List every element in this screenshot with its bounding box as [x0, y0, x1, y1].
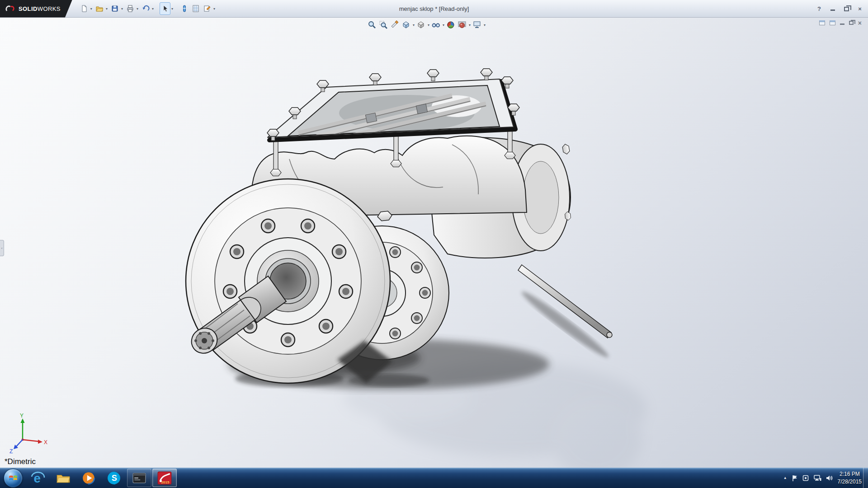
- restore-button[interactable]: [843, 5, 850, 13]
- show-hidden-icons-button[interactable]: ▲: [783, 476, 787, 480]
- taskbar-clock[interactable]: 2:16 PM 7/28/2015: [838, 470, 862, 486]
- document-restore-icon[interactable]: [849, 21, 854, 25]
- edit-appearance-icon: [446, 20, 455, 29]
- apply-scene-caret[interactable]: ▾: [469, 23, 471, 27]
- cover-standoffs: [270, 130, 515, 176]
- tray-app-icon[interactable]: [802, 475, 809, 481]
- view-orientation-icon: [401, 20, 410, 29]
- solidworks-icon: 2015: [157, 471, 172, 485]
- network-icon[interactable]: [813, 475, 821, 481]
- windows-taskbar: e S: [0, 468, 868, 488]
- open-dropdown-caret[interactable]: ▾: [105, 7, 109, 11]
- folder-icon: [56, 472, 71, 484]
- open-icon: [95, 5, 104, 13]
- rear-housing: [429, 137, 571, 258]
- zoom-to-fit-icon: [368, 20, 377, 29]
- main-flange: [186, 179, 390, 383]
- triad-z-label: Z: [9, 448, 13, 455]
- system-tray: ▲ 2:16 PM 7/28/2015: [783, 468, 862, 488]
- rebuild-button[interactable]: [179, 2, 190, 15]
- undo-button[interactable]: [140, 2, 151, 15]
- options-button[interactable]: [202, 2, 212, 15]
- graphics-area[interactable]: ▾ ▾ ▾ ▾: [0, 18, 868, 468]
- save-dropdown-caret[interactable]: ▾: [121, 7, 124, 11]
- main-toolbar: ▾ ▾ ▾ ▾ ▾: [79, 2, 217, 15]
- window-title: menjac sklop * [Read-only]: [399, 5, 469, 12]
- housing-bolts: [193, 183, 392, 357]
- output-shaft: [518, 265, 612, 338]
- brand-text: SOLIDWORKS: [19, 5, 61, 12]
- internet-explorer-icon: e: [31, 471, 45, 485]
- print-icon: [126, 5, 134, 13]
- new-window-icon[interactable]: [819, 20, 825, 25]
- document-close-icon[interactable]: ×: [858, 21, 862, 25]
- tile-window-icon[interactable]: [830, 20, 835, 25]
- undo-dropdown-caret[interactable]: ▾: [151, 7, 155, 11]
- open-button[interactable]: [94, 2, 105, 15]
- print-dropdown-caret[interactable]: ▾: [136, 7, 140, 11]
- model-reflection: [344, 361, 646, 468]
- select-arrow-icon: [161, 5, 169, 13]
- file-properties-button[interactable]: [190, 2, 201, 15]
- under-housing-shadow: [337, 341, 392, 383]
- taskbar-media-player[interactable]: [76, 469, 101, 487]
- feature-tree-collapse-tab[interactable]: ‹: [0, 240, 4, 256]
- taskbar-windows-explorer[interactable]: [51, 469, 75, 487]
- save-button[interactable]: [109, 2, 120, 15]
- view-settings-button[interactable]: [472, 20, 482, 30]
- display-style-caret[interactable]: ▾: [428, 23, 429, 27]
- heads-up-toolbar: ▾ ▾ ▾ ▾: [367, 20, 486, 30]
- view-orientation-button[interactable]: [401, 20, 411, 30]
- hide-show-items-button[interactable]: [431, 20, 441, 30]
- undo-icon: [142, 5, 150, 13]
- minimize-icon: [830, 7, 835, 11]
- desktop: SOLIDWORKS ▾ ▾ ▾ ▾: [0, 0, 868, 488]
- new-dropdown-caret[interactable]: ▾: [90, 7, 94, 11]
- apply-scene-button[interactable]: [457, 20, 467, 30]
- document-window-controls: ×: [819, 20, 862, 25]
- edit-appearance-button[interactable]: [446, 20, 456, 30]
- triad-y-label: Y: [20, 413, 24, 419]
- new-document-icon: [80, 5, 88, 13]
- options-dropdown-caret[interactable]: ▾: [213, 7, 217, 11]
- dassault-systemes-logo-icon: [5, 4, 15, 13]
- hide-show-items-icon: [431, 20, 440, 29]
- select-button[interactable]: [160, 2, 170, 15]
- input-shaft: [187, 276, 286, 358]
- section-view-button[interactable]: [390, 20, 400, 30]
- view-settings-caret[interactable]: ▾: [484, 23, 486, 27]
- view-orientation-caret[interactable]: ▾: [413, 23, 415, 27]
- select-dropdown-caret[interactable]: ▾: [171, 7, 175, 11]
- zoom-to-area-icon: [379, 20, 388, 29]
- taskbar-skype[interactable]: S: [102, 469, 126, 487]
- solidworks-logo: SOLIDWORKS: [0, 0, 72, 18]
- view-settings-icon: [472, 20, 481, 29]
- zoom-to-fit-button[interactable]: [367, 20, 377, 30]
- new-document-button[interactable]: [79, 2, 90, 15]
- clock-time: 2:16 PM: [838, 470, 862, 478]
- taskbar-internet-explorer[interactable]: e: [26, 469, 50, 487]
- document-minimize-icon[interactable]: [840, 21, 844, 25]
- print-button[interactable]: [125, 2, 136, 15]
- zoom-to-area-button[interactable]: [378, 20, 388, 30]
- close-button[interactable]: ×: [856, 5, 863, 13]
- action-center-flag-icon[interactable]: [792, 474, 798, 482]
- volume-icon[interactable]: [826, 475, 833, 481]
- display-style-icon: [416, 20, 425, 29]
- svg-text:S: S: [112, 474, 117, 483]
- show-desktop-button[interactable]: [863, 468, 868, 488]
- taskbar-command-window[interactable]: [127, 469, 151, 487]
- help-button[interactable]: ?: [816, 5, 823, 13]
- shift-rails: [298, 95, 486, 141]
- start-button[interactable]: [4, 469, 23, 488]
- svg-text:2015: 2015: [161, 480, 170, 484]
- hide-show-items-caret[interactable]: ▾: [443, 23, 444, 27]
- brand-bold: SOLID: [19, 5, 38, 12]
- display-style-button[interactable]: [416, 20, 426, 30]
- app-titlebar: SOLIDWORKS ▾ ▾ ▾ ▾: [0, 0, 868, 18]
- taskbar-apps: e S: [25, 468, 177, 488]
- minimize-button[interactable]: [829, 5, 836, 13]
- windows-flag-icon: [9, 474, 18, 482]
- taskbar-solidworks[interactable]: 2015: [152, 469, 177, 487]
- window-controls: ? ×: [816, 0, 863, 18]
